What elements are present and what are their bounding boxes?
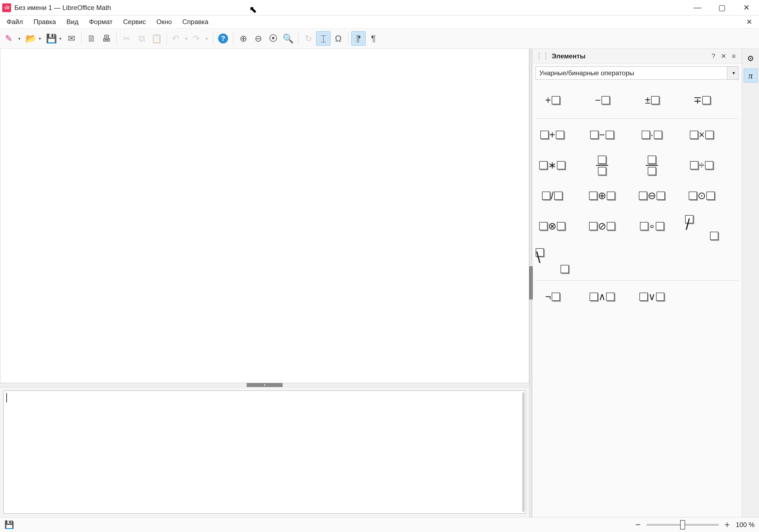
element-odot[interactable]: ⊙: [685, 184, 718, 207]
element-div[interactable]: ÷: [685, 154, 718, 176]
toolbar-separator: [167, 32, 167, 45]
element-minusplus[interactable]: ∓: [685, 89, 718, 111]
toolbar: ✎📂💾✉🗎🖶✂⧉📋↶↷?⊕⊖⦿🔍↻⌶Ω¶¶: [0, 28, 759, 49]
format-left-icon: ¶: [356, 34, 361, 43]
zoom-out-button[interactable]: ⊖: [251, 31, 265, 46]
menu-item-6[interactable]: Справка: [178, 16, 214, 27]
element-slash[interactable]: /: [536, 184, 569, 207]
export-pdf-button[interactable]: 🗎: [84, 31, 99, 46]
toolbar-separator: [233, 32, 233, 45]
zoom-slider[interactable]: [647, 524, 719, 526]
element-circ[interactable]: ∘: [635, 215, 668, 237]
chevron-down-icon: ▾: [733, 70, 735, 76]
format-right-button[interactable]: ¶: [366, 31, 380, 46]
elements-category-select[interactable]: Унарные/бинарные операторы ▾: [536, 66, 739, 80]
zoom-out-icon: ⊖: [255, 34, 262, 43]
drag-handle-icon[interactable]: ⋮⋮: [536, 52, 549, 60]
help-button[interactable]: ?: [216, 31, 230, 46]
zoom-in-button[interactable]: +: [723, 519, 731, 530]
element-otimes[interactable]: ⊗: [536, 215, 569, 237]
element-add[interactable]: +: [536, 124, 569, 146]
formula-cursor-button[interactable]: ⌶: [316, 31, 331, 46]
element-ominus[interactable]: ⊖: [635, 184, 668, 207]
undo-icon: ↶: [172, 34, 180, 43]
formula-editor[interactable]: [3, 390, 526, 514]
zoom-out-button[interactable]: −: [634, 519, 642, 530]
save-button[interactable]: 💾: [44, 31, 64, 46]
open-icon: 📂: [25, 34, 37, 43]
zoom-100-button[interactable]: ⦿: [266, 31, 280, 46]
elements-section-binary-arith: +−·×∗÷/⊕⊖⊙⊗⊘∘/\: [536, 119, 739, 281]
menu-item-1[interactable]: Правка: [28, 16, 61, 27]
cursor-arrow-icon: ⬉: [249, 4, 257, 15]
elements-close-button[interactable]: ✕: [718, 52, 729, 60]
refresh-button: ↻: [301, 31, 316, 46]
print-button[interactable]: 🖶: [100, 31, 114, 46]
symbols-button[interactable]: Ω: [331, 31, 345, 46]
menu-item-0[interactable]: Файл: [2, 16, 28, 27]
element-and[interactable]: ∧: [585, 286, 619, 308]
zoom-100-icon: ⦿: [269, 34, 278, 43]
element-oslash[interactable]: ⊘: [585, 215, 619, 237]
window-title: Без имени 1 — LibreOffice Math: [15, 4, 111, 12]
redo-icon: ↷: [192, 34, 200, 43]
refresh-icon: ↻: [305, 34, 312, 43]
format-left-button[interactable]: ¶: [351, 31, 366, 46]
status-bar: 💾 − + 100 %: [0, 517, 759, 532]
menu-item-2[interactable]: Вид: [61, 16, 83, 27]
zoom-fit-icon: 🔍: [283, 34, 294, 43]
app-icon: √x: [2, 3, 11, 12]
zoom-in-icon: ⊕: [240, 34, 247, 43]
elements-menu-button[interactable]: ≡: [729, 52, 739, 60]
mail-button[interactable]: ✉: [64, 31, 79, 46]
element-or[interactable]: ∨: [635, 286, 668, 308]
save-status-icon[interactable]: 💾: [4, 520, 14, 529]
editor-scrollbar[interactable]: [522, 392, 525, 512]
splitter-vertical[interactable]: [529, 49, 532, 517]
formula-preview[interactable]: [0, 49, 529, 383]
menu-item-3[interactable]: Формат: [84, 16, 118, 27]
mail-icon: ✉: [68, 34, 75, 43]
element-widebslash[interactable]: \: [536, 248, 569, 273]
element-neg[interactable]: ¬: [536, 286, 569, 308]
paste-button: 📋: [149, 31, 164, 46]
maximize-button[interactable]: ▢: [716, 3, 728, 12]
menu-bar: ФайлПравкаВидФорматСервисОкноСправка✕: [0, 16, 759, 28]
sidebar-tab-elements[interactable]: π: [744, 69, 758, 82]
element-times[interactable]: ×: [685, 124, 718, 146]
element-sub[interactable]: −: [585, 124, 619, 146]
close-document-button[interactable]: ✕: [746, 18, 757, 26]
menu-item-5[interactable]: Окно: [151, 16, 177, 27]
title-bar: √x Без имени 1 — LibreOffice Math ⬉ — ▢ …: [0, 0, 759, 16]
copy-icon: ⧉: [139, 34, 145, 43]
minimize-button[interactable]: —: [692, 3, 703, 12]
splitter-horizontal[interactable]: ▾: [0, 383, 529, 387]
close-button[interactable]: ✕: [741, 3, 752, 12]
toolbar-separator: [81, 32, 82, 45]
zoom-fit-button[interactable]: 🔍: [281, 31, 295, 46]
element-oplus[interactable]: ⊕: [585, 184, 619, 207]
new-doc-button[interactable]: ✎: [3, 31, 23, 46]
element-plus[interactable]: +: [536, 89, 569, 111]
element-ast[interactable]: ∗: [536, 154, 569, 176]
elements-category-value: Унарные/бинарные операторы: [539, 69, 634, 77]
redo-button: ↷: [190, 31, 210, 46]
element-plusminus[interactable]: ±: [635, 89, 668, 111]
menu-item-4[interactable]: Сервис: [118, 16, 151, 27]
symbols-icon: Ω: [335, 34, 341, 43]
open-button[interactable]: 📂: [23, 31, 43, 46]
formula-cursor-icon: ⌶: [321, 34, 326, 43]
elements-help-button[interactable]: ?: [709, 52, 718, 60]
element-wideslash[interactable]: /: [685, 215, 718, 240]
element-minus[interactable]: −: [585, 89, 619, 111]
zoom-in-button[interactable]: ⊕: [236, 31, 251, 46]
save-icon: 💾: [46, 34, 57, 43]
undo-button: ↶: [170, 31, 190, 46]
element-cdot[interactable]: ·: [635, 124, 668, 146]
cut-button: ✂: [120, 31, 134, 46]
element-frac2[interactable]: [635, 154, 668, 176]
toolbar-separator: [348, 32, 348, 45]
elements-title: Элементы: [552, 52, 585, 60]
sidebar-settings-button[interactable]: ⚙: [744, 52, 758, 65]
element-frac1[interactable]: [585, 154, 619, 176]
